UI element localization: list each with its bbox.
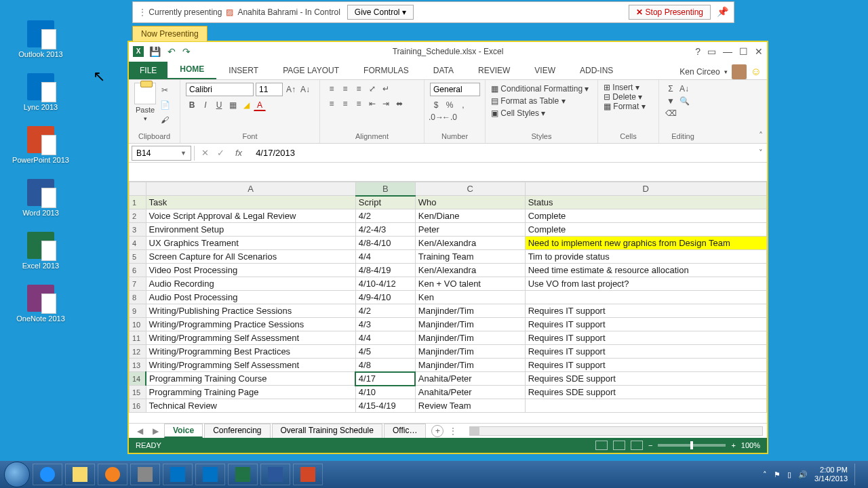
italic-button[interactable]: I — [199, 99, 212, 111]
desktop-icon[interactable]: PowerPoint 2013 — [7, 126, 75, 164]
align-bottom-icon[interactable]: ≡ — [353, 83, 365, 95]
cell[interactable]: Need time estimate & resource allocation — [525, 264, 766, 277]
cell[interactable]: 4/8-4/10 — [355, 237, 415, 250]
page-layout-view-icon[interactable] — [613, 441, 625, 450]
cell[interactable]: Requires SDE support — [525, 386, 766, 399]
cell[interactable]: 4/4 — [355, 331, 415, 345]
give-control-button[interactable]: Give Control ▾ — [347, 5, 414, 20]
zoom-in-icon[interactable]: + — [731, 441, 735, 449]
ribbon-tab[interactable]: FORMULAS — [351, 62, 421, 79]
cell[interactable]: Writing/Programming Best Practices — [146, 345, 355, 359]
align-left-icon[interactable]: ≡ — [326, 98, 338, 110]
cell[interactable]: 4/9-4/10 — [355, 291, 415, 304]
tray-chevron-icon[interactable]: ˄ — [763, 470, 767, 479]
cell[interactable]: 4/10 — [355, 386, 415, 399]
cell[interactable]: Requires IT support — [525, 304, 766, 318]
align-right-icon[interactable]: ≡ — [353, 98, 365, 110]
row-header[interactable]: 9 — [130, 304, 146, 318]
minimize-icon[interactable]: — — [723, 46, 732, 57]
taskbar-media-player[interactable] — [98, 464, 127, 485]
expand-formula-bar-icon[interactable]: ˅ — [755, 148, 767, 157]
ribbon-tab[interactable]: ADD-INS — [568, 62, 625, 79]
ribbon-tab[interactable]: HOME — [167, 60, 216, 79]
fx-icon[interactable]: fx — [233, 148, 245, 158]
shrink-font-icon[interactable]: A↓ — [299, 83, 311, 96]
start-button[interactable] — [4, 462, 30, 487]
currency-icon[interactable]: $ — [430, 99, 442, 111]
enter-formula-icon[interactable]: ✓ — [217, 148, 224, 158]
select-all-corner[interactable] — [130, 182, 146, 196]
sheet-tab[interactable]: Voice — [164, 424, 203, 438]
row-header[interactable]: 13 — [130, 359, 146, 372]
undo-icon[interactable]: ↶ — [167, 46, 176, 57]
font-name-select[interactable] — [186, 83, 254, 96]
comma-icon[interactable]: , — [457, 99, 469, 111]
underline-button[interactable]: U — [213, 99, 225, 111]
cell[interactable]: Manjinder/Tim — [415, 345, 525, 359]
save-icon[interactable]: 💾 — [149, 46, 161, 57]
ribbon-tab[interactable]: DATA — [421, 62, 466, 79]
merge-center-icon[interactable]: ⬌ — [393, 98, 406, 110]
cell[interactable]: Ken/Alexandra — [415, 237, 525, 250]
taskbar-lync[interactable] — [163, 464, 193, 485]
cell[interactable]: Writing/Programming Practice Sessions — [146, 318, 355, 331]
desktop-icon[interactable]: Excel 2013 — [7, 232, 75, 270]
cell[interactable]: Programming Training Page — [146, 386, 355, 399]
cell[interactable]: Audio Recording — [146, 277, 355, 291]
cell[interactable] — [525, 291, 766, 304]
autosum-icon[interactable]: Σ — [665, 83, 677, 95]
row-header[interactable]: 7 — [130, 277, 146, 291]
cell[interactable]: 4/4 — [355, 250, 415, 264]
align-middle-icon[interactable]: ≡ — [339, 83, 351, 95]
delete-cells-button[interactable]: ⊟ Delete ▾ — [604, 92, 653, 102]
cell[interactable]: Programming Training Course — [146, 372, 355, 386]
decrease-indent-icon[interactable]: ⇤ — [366, 98, 378, 110]
cell[interactable]: UX Graphics Treament — [146, 237, 355, 250]
row-header[interactable]: 2 — [130, 209, 146, 223]
desktop-icon[interactable]: Word 2013 — [7, 179, 75, 217]
row-header[interactable]: 5 — [130, 250, 146, 264]
cell[interactable]: Complete — [525, 209, 766, 223]
fill-icon[interactable]: ▼ — [665, 95, 677, 107]
ribbon-display-icon[interactable]: ▭ — [707, 46, 716, 57]
border-button[interactable]: ▦ — [226, 99, 239, 111]
cell[interactable]: Audio Post Processing — [146, 291, 355, 304]
row-header[interactable]: 4 — [130, 237, 146, 250]
column-header[interactable]: B — [355, 182, 415, 196]
cell[interactable]: Manjinder/Tim — [415, 359, 525, 372]
zoom-out-icon[interactable]: − — [648, 441, 652, 449]
maximize-icon[interactable]: ☐ — [739, 46, 748, 57]
ribbon-tab[interactable]: VIEW — [522, 62, 568, 79]
cell[interactable]: Video Post Processing — [146, 264, 355, 277]
sort-filter-icon[interactable]: A↓ — [678, 83, 690, 95]
page-break-view-icon[interactable] — [631, 441, 643, 450]
taskbar-word[interactable] — [260, 464, 290, 485]
fill-color-button[interactable]: ◢ — [240, 99, 252, 111]
number-format-select[interactable] — [430, 83, 480, 96]
cell[interactable]: 4/8 — [355, 359, 415, 372]
taskbar-app[interactable] — [130, 464, 160, 485]
wrap-text-icon[interactable]: ↵ — [380, 83, 392, 95]
row-header[interactable]: 11 — [130, 331, 146, 345]
spreadsheet-grid[interactable]: ABCD 1TaskScriptWhoStatus2Voice Script A… — [129, 182, 767, 413]
column-header[interactable]: C — [415, 182, 525, 196]
align-top-icon[interactable]: ≡ — [326, 83, 338, 95]
align-center-icon[interactable]: ≡ — [339, 98, 351, 110]
cell[interactable]: Tim to provide status — [525, 250, 766, 264]
cell[interactable]: 4/17 — [355, 372, 415, 386]
grow-font-icon[interactable]: A↑ — [285, 83, 297, 96]
copy-icon[interactable]: 📄 — [159, 99, 171, 111]
font-size-select[interactable] — [256, 83, 283, 96]
cell[interactable]: Ken — [415, 291, 525, 304]
cell[interactable]: 4/10-4/12 — [355, 277, 415, 291]
cell[interactable]: 4/8-4/19 — [355, 264, 415, 277]
row-header[interactable]: 14 — [130, 372, 146, 386]
desktop-icon[interactable]: Lync 2013 — [7, 73, 75, 111]
cell[interactable]: Writing/Publishing Practice Sessions — [146, 304, 355, 318]
cell[interactable]: Technical Review — [146, 399, 355, 413]
ribbon-tab[interactable]: PAGE LAYOUT — [271, 62, 351, 79]
redo-icon[interactable]: ↷ — [182, 46, 191, 57]
cell[interactable]: Voice Script Approval & Legal Review — [146, 209, 355, 223]
ribbon-tab[interactable]: REVIEW — [466, 62, 522, 79]
help-icon[interactable]: ? — [695, 46, 701, 57]
